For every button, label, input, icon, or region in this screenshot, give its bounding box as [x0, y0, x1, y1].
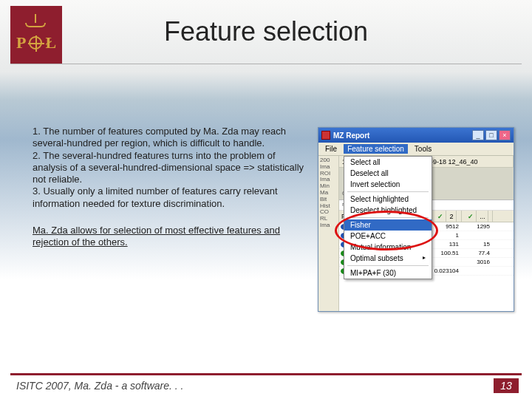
menu-file[interactable]: File	[321, 144, 341, 154]
body-text: 1. The number of features computed by Ma…	[33, 126, 306, 248]
menu-fisher[interactable]: Fisher	[344, 219, 432, 231]
app-icon	[321, 131, 330, 140]
footer-text: ISITC 2007, Ma. Zda - a software. . .	[16, 380, 183, 392]
point-1: 1. The number of features computed by Ma…	[33, 126, 306, 150]
menu-select-highlighted[interactable]: Select highlighted	[344, 194, 432, 205]
feature-selection-dropdown: Select all Deselect all Invert selection…	[344, 156, 432, 279]
footer-divider	[10, 373, 522, 375]
menu-invert-selection[interactable]: Invert selection	[344, 179, 432, 190]
close-button[interactable]: ×	[499, 130, 511, 140]
mz-report-window: MZ Report _ □ × File Feature selection T…	[318, 127, 514, 312]
maximize-button[interactable]: □	[485, 130, 497, 140]
window-titlebar[interactable]: MZ Report _ □ ×	[318, 128, 514, 143]
menu-mi-pa-f[interactable]: MI+PA+F (30)	[344, 267, 432, 279]
menu-mutual-information[interactable]: Mutual information	[344, 242, 432, 253]
title-divider	[10, 64, 522, 64]
point-2: 2. The several-hundred features turns in…	[33, 150, 306, 186]
menu-deselect-all[interactable]: Deselect all	[344, 168, 432, 179]
footer: ISITC 2007, Ma. Zda - a software. . . 13	[16, 378, 519, 393]
page-number: 13	[494, 378, 519, 393]
menu-tools[interactable]: Tools	[411, 144, 435, 154]
left-gutter: 200Ima ROIIma MinMa BitHist CORL Ima	[318, 156, 339, 311]
menu-deselect-highlighted[interactable]: Deselect highlighted	[344, 205, 432, 216]
emphasis-text: Ma. Zda allows for selection of most eff…	[33, 225, 306, 249]
window-title: MZ Report	[333, 132, 472, 140]
minimize-button[interactable]: _	[472, 130, 484, 140]
point-3: 3. Usually only a limited number of feat…	[33, 185, 306, 210]
menu-poe-acc[interactable]: POE+ACC	[344, 231, 432, 242]
menu-select-all[interactable]: Select all	[344, 157, 432, 168]
menu-optimal-subsets[interactable]: Optimal subsets	[344, 253, 432, 264]
slide-title: Feature selection	[0, 16, 532, 47]
menu-bar: File Feature selection Tools	[318, 143, 514, 156]
menu-feature-selection[interactable]: Feature selection	[344, 144, 408, 154]
